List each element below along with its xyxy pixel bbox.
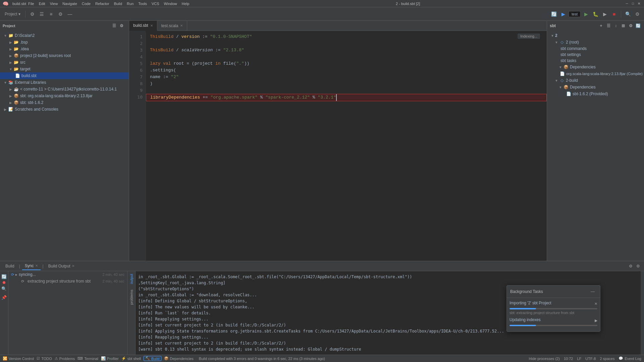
bg-task-1-close[interactable]: ✕	[594, 302, 597, 306]
menu-view[interactable]: View	[48, 1, 60, 6]
minimize-btn[interactable]: ─	[625, 1, 629, 6]
menu-run[interactable]: Run	[125, 1, 136, 6]
tab-build-sbt[interactable]: build.sbt ✕	[129, 21, 157, 31]
debug-btn[interactable]: 🐛	[591, 10, 599, 18]
status-version-control[interactable]: 🔀 Version Control	[3, 356, 34, 361]
tab-build-output-close[interactable]: ✕	[72, 264, 74, 268]
minus-btn[interactable]: —	[66, 10, 74, 18]
menu-vcs[interactable]: VCS	[150, 1, 161, 6]
status-cursor-pos[interactable]: 10:72	[564, 357, 573, 361]
tab-build-output[interactable]: Build Output ✕	[46, 262, 77, 270]
menu-file[interactable]: File	[26, 1, 36, 6]
bottom-search-btn[interactable]: 🔍	[0, 285, 8, 293]
tree-item-sbt-16[interactable]: ▶ 📦 sbt: sbt-1.6.2	[0, 99, 129, 106]
app-container: Project ▾ ⚙ ☰ ≡ ⚙ — 🔄 ▶ test ▶ 🐛 ▶ ■ 🔍 ⚙…	[0, 7, 644, 362]
menu-tools[interactable]: Tools	[136, 1, 149, 6]
status-todo[interactable]: ☑ TODO	[37, 356, 52, 361]
build-icon[interactable]: ▶	[559, 10, 567, 18]
menu-refactor[interactable]: Refactor	[93, 1, 111, 6]
tree-item-target[interactable]: ▼ 📂 target	[0, 66, 129, 72]
status-terminal[interactable]: ⌨ Terminal	[77, 356, 98, 361]
tree-item-corretto[interactable]: ▶ ☕ < corretto-11 > C:\Users\13427\jdks\…	[0, 86, 129, 93]
sbt-add-btn[interactable]: +	[598, 22, 604, 29]
tree-item-ext-libs[interactable]: ▼ 📚 External Libraries	[0, 79, 129, 86]
tree-item-bsp[interactable]: ▶ 📂 .bsp	[0, 39, 129, 46]
tree-item-src[interactable]: ▶ 📂 src	[0, 59, 129, 66]
status-indent[interactable]: 2 spaces	[600, 357, 614, 361]
structure-btn[interactable]: ☰	[38, 10, 46, 18]
search-everywhere-btn[interactable]: 🔍	[624, 10, 632, 18]
code-line-10[interactable]: libraryDependencies += "org.apache.spark…	[146, 94, 547, 101]
status-dependencies[interactable]: 📦 Dependencies	[164, 356, 194, 361]
sbt-group-btn[interactable]: ⊞	[620, 22, 627, 29]
sbt-tree-item-deps[interactable]: ▼ 📦 Dependencies	[547, 64, 644, 70]
sbt-tree-item-scala-jar[interactable]: 📄 org.scala-lang:scala-library:2.13.8jar…	[547, 70, 644, 77]
tab-test-scala-close[interactable]: ✕	[180, 24, 183, 27]
output-scrollbar[interactable]	[641, 271, 644, 355]
run-config-selector[interactable]: test	[569, 11, 581, 17]
tree-item-project[interactable]: ▶ 📦 project [2-build] sources root	[0, 52, 129, 59]
sbt-tree-item-commands[interactable]: sbt commands	[547, 46, 644, 52]
status-problems[interactable]: ⚠ Problems	[55, 356, 75, 361]
sbt-list-btn[interactable]: ☰	[605, 22, 612, 29]
side-tab-output[interactable]: output	[129, 271, 134, 287]
sync-icon[interactable]: 🔄	[550, 10, 558, 18]
sbt-tree-item-sbt-jar[interactable]: 📄 sbt-1.6.2 (Provided)	[547, 90, 644, 97]
menu-build[interactable]: Build	[112, 1, 124, 6]
build-config-btn[interactable]: ⚙	[28, 10, 36, 18]
run-btn[interactable]: ▶	[582, 10, 590, 18]
tab-build-sbt-close[interactable]: ✕	[150, 24, 153, 27]
sbt-sort-btn[interactable]: ↕	[612, 22, 619, 29]
sidebar-close-btn[interactable]: ☰	[111, 22, 117, 29]
build-item-extracting[interactable]: ⟳ extracting project structure from sbt …	[8, 278, 127, 285]
close-btn[interactable]: ✕	[637, 1, 641, 6]
bg-task-2-play[interactable]: ▶	[595, 318, 597, 323]
tree-item-build-sbt[interactable]: 📄 build.sbt	[0, 72, 129, 79]
code-editor[interactable]: 1 2 3 4 5 6 7 8 9 10 ThisBuild / version…	[129, 31, 547, 261]
tab-sync-close[interactable]: ✕	[35, 264, 38, 267]
settings-btn[interactable]: ⚙	[56, 10, 64, 18]
sbt-tree-item-root-mod[interactable]: ▼ ◇ 2 (root)	[547, 39, 644, 46]
menu-navigate[interactable]: Navigate	[60, 1, 79, 6]
menu-edit[interactable]: Edit	[37, 1, 47, 6]
tab-sync[interactable]: Sync ✕	[22, 262, 41, 270]
build-item-syncing[interactable]: ⟳ ▸ syncing... 2 min, 40 sec	[8, 271, 127, 278]
bg-tasks-close[interactable]: —	[589, 288, 597, 296]
sbt-tree-item-tasks[interactable]: sbt tasks	[547, 58, 644, 64]
sbt-tree-item-2build-deps[interactable]: ▼ 📦 Dependencies	[547, 84, 644, 90]
status-sbt-shell[interactable]: ⚡ sbt shell	[121, 356, 141, 361]
status-profiler[interactable]: 📊 Profiler	[101, 356, 119, 361]
bottom-sync-icon[interactable]: 🔄	[0, 273, 8, 281]
tree-item-idea[interactable]: ▶ 📂 .idea	[0, 46, 129, 52]
sidebar-gear-btn[interactable]: ⚙	[118, 22, 125, 29]
sbt-tree-root[interactable]: ▼ 2	[547, 32, 644, 39]
bottom-gear-btn[interactable]: ⚙	[635, 263, 641, 269]
bookmark-btn[interactable]: ≡	[47, 10, 55, 18]
tab-build[interactable]: Build	[3, 262, 17, 270]
menu-help[interactable]: Help	[180, 1, 192, 6]
sbt-tree-item-2build[interactable]: ▼ ◇ 2-build	[547, 77, 644, 84]
status-hide-processes[interactable]: Hide processes (2)	[529, 357, 560, 361]
bottom-settings-btn[interactable]: ⚙	[627, 263, 634, 269]
tree-root[interactable]: ▼ 📁 D:\Scalar\2	[0, 32, 129, 39]
bottom-pin-btn[interactable]: 📌	[0, 293, 8, 301]
menu-window[interactable]: Window	[162, 1, 179, 6]
status-line-ending[interactable]: LF	[577, 357, 581, 361]
settings-gear-btn[interactable]: ⚙	[633, 10, 641, 18]
project-dropdown[interactable]: Project ▾	[3, 10, 22, 18]
status-build-tab[interactable]: 🔨 Build	[144, 356, 161, 361]
maximize-btn[interactable]: □	[631, 1, 635, 6]
tree-item-scratches[interactable]: ▶ 📝 Scratches and Consoles	[0, 106, 129, 113]
status-event-log[interactable]: 💬 Event Log	[619, 356, 641, 361]
tab-test-scala[interactable]: test.scala ✕	[157, 21, 187, 31]
run-coverage-btn[interactable]: ▶	[601, 10, 609, 18]
sbt-refresh-btn[interactable]: 🔄	[635, 22, 641, 29]
code-area[interactable]: ThisBuild / version := "0.1.0-SNAPSHOT" …	[146, 31, 547, 261]
sbt-tree-item-settings[interactable]: sbt settings	[547, 52, 644, 58]
side-tab-problems2[interactable]: problems	[129, 287, 134, 307]
tree-item-scala-lib[interactable]: ▶ 📦 sbt: org.scala-lang:scala-library:2.…	[0, 93, 129, 99]
stop-btn[interactable]: ■	[610, 10, 618, 18]
status-encoding[interactable]: UTF-8	[585, 357, 596, 361]
sbt-filter-btn[interactable]: ⚙	[627, 22, 634, 29]
menu-code[interactable]: Code	[80, 1, 93, 6]
